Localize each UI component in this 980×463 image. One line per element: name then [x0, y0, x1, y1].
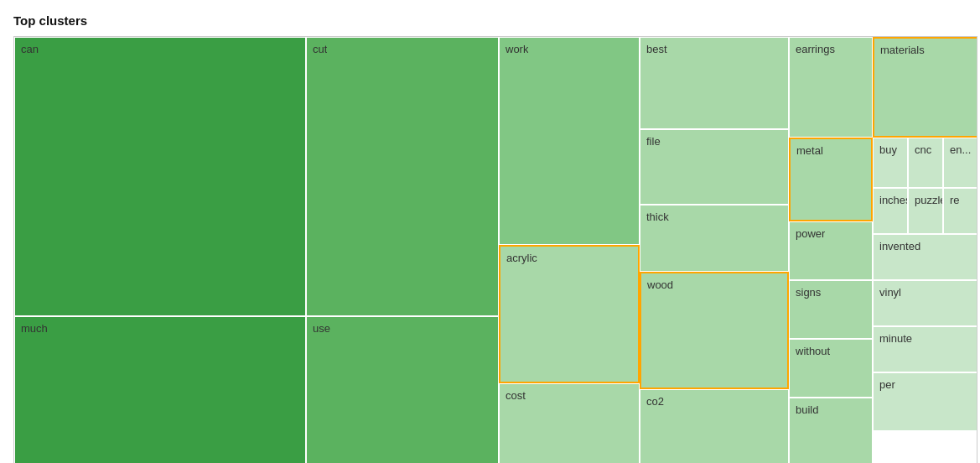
cell-thick[interactable]: thick [640, 205, 789, 272]
cell-use[interactable]: use [306, 316, 499, 463]
cell-materials[interactable]: materials [873, 37, 977, 138]
cell-much[interactable]: much [14, 316, 306, 463]
cell-power[interactable]: power [789, 221, 873, 280]
treemap: can much cut use work acrylic cost best … [13, 36, 977, 463]
cell-acrylic[interactable]: acrylic [499, 245, 640, 383]
cell-cost[interactable]: cost [499, 383, 640, 463]
cell-without[interactable]: without [789, 339, 873, 398]
cell-co2[interactable]: co2 [640, 389, 789, 463]
cell-file[interactable]: file [640, 129, 789, 205]
cell-re[interactable]: re [943, 188, 977, 234]
cell-buy[interactable]: buy [873, 138, 908, 188]
cell-living[interactable]: vinyl [873, 280, 977, 326]
cell-cut[interactable]: cut [306, 37, 499, 316]
cell-signs[interactable]: signs [789, 280, 873, 339]
cell-puzzle[interactable]: puzzle [908, 188, 943, 234]
cell-invented[interactable]: invented [873, 234, 977, 280]
cell-work[interactable]: work [499, 37, 640, 245]
cell-en[interactable]: en... [943, 138, 977, 188]
cell-per[interactable]: per [873, 372, 977, 431]
cell-wood[interactable]: wood [640, 272, 789, 389]
cell-minute[interactable]: minute [873, 326, 977, 372]
cell-inches[interactable]: inches [873, 188, 908, 234]
cell-build[interactable]: build [789, 398, 873, 463]
section-title: Top clusters [13, 13, 967, 28]
cell-best[interactable]: best [640, 37, 789, 129]
cell-metal[interactable]: metal [789, 138, 873, 221]
cell-earrings[interactable]: earrings [789, 37, 873, 138]
cell-cnc[interactable]: cnc [908, 138, 943, 188]
cell-can[interactable]: can [14, 37, 306, 316]
